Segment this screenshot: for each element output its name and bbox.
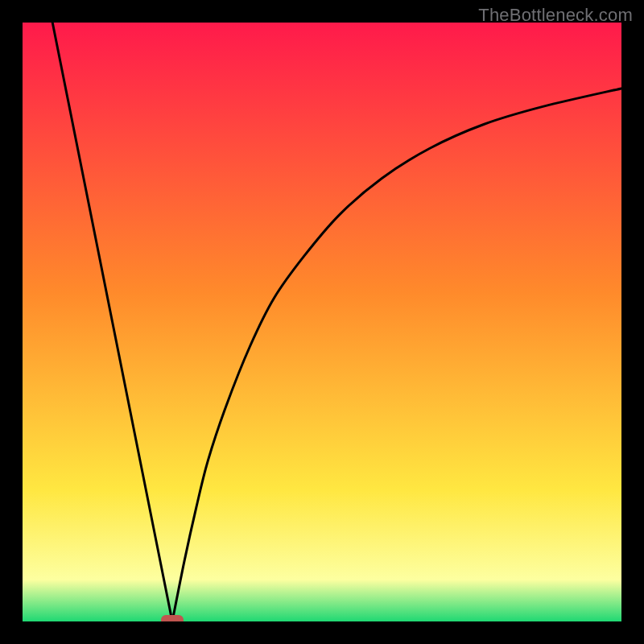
chart-frame: TheBottleneck.com (0, 0, 644, 644)
bottleneck-chart (23, 23, 621, 621)
optimal-marker (161, 615, 184, 621)
